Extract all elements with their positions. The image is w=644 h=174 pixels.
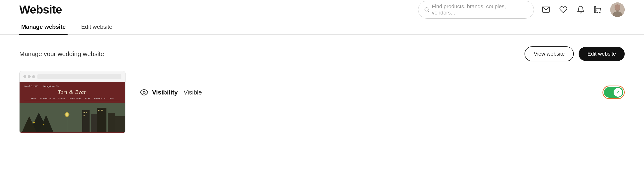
svg-rect-26 xyxy=(66,115,67,132)
svg-rect-20 xyxy=(101,110,102,111)
wedding-names: Tori & Evan xyxy=(24,89,120,95)
svg-rect-17 xyxy=(86,112,87,113)
wedding-photo-area xyxy=(20,103,125,132)
svg-point-24 xyxy=(33,122,35,123)
view-website-button[interactable]: View website xyxy=(524,46,574,61)
manage-subtitle: Manage your wedding website xyxy=(19,50,104,58)
header: Website Find products, brands, couples, … xyxy=(0,0,644,19)
browser-chrome xyxy=(20,71,125,82)
browser-dot-yellow xyxy=(28,75,31,78)
svg-point-29 xyxy=(143,91,145,94)
visibility-info: Visibility Visible xyxy=(140,88,202,96)
svg-point-5 xyxy=(600,12,600,13)
svg-rect-12 xyxy=(91,114,97,132)
visibility-toggle[interactable]: ✓ xyxy=(604,87,623,98)
tab-bar: Manage website Edit website xyxy=(0,19,644,35)
avatar[interactable] xyxy=(610,3,625,17)
bell-icon[interactable] xyxy=(576,4,586,15)
svg-rect-13 xyxy=(97,108,106,132)
svg-rect-16 xyxy=(84,112,85,113)
browser-page-content: March 8, 2025 Georgetown, TN Tori & Evan… xyxy=(20,82,125,133)
visibility-label: Visibility xyxy=(152,89,178,96)
svg-rect-3 xyxy=(594,7,596,13)
svg-rect-19 xyxy=(98,110,100,111)
visibility-value: Visible xyxy=(184,89,202,96)
header-right: Find products, brands, couples, vendors.… xyxy=(418,1,625,19)
svg-rect-14 xyxy=(108,113,115,132)
svg-point-7 xyxy=(615,5,620,11)
browser-dot-green xyxy=(32,75,35,78)
svg-rect-11 xyxy=(82,110,90,132)
search-icon xyxy=(424,7,430,12)
cart-icon[interactable] xyxy=(593,4,604,15)
mail-icon[interactable] xyxy=(541,4,551,15)
search-bar[interactable]: Find products, brands, couples, vendors.… xyxy=(418,1,534,19)
eye-icon xyxy=(140,88,148,96)
website-preview: March 8, 2025 Georgetown, TN Tori & Evan… xyxy=(19,71,126,133)
svg-rect-15 xyxy=(115,116,125,132)
heart-icon[interactable] xyxy=(558,4,569,15)
browser-url-bar xyxy=(38,74,122,79)
svg-line-1 xyxy=(428,11,429,12)
tab-edit-website[interactable]: Edit website xyxy=(79,19,114,34)
browser-dot-red xyxy=(24,75,26,78)
wedding-nav: Home Wedding day info Registry Travel / … xyxy=(24,97,120,101)
toggle-knob: ✓ xyxy=(614,88,622,97)
svg-rect-18 xyxy=(84,115,85,116)
browser-dots xyxy=(24,75,35,78)
header-left: Website xyxy=(19,3,62,16)
search-placeholder: Find products, brands, couples, vendors.… xyxy=(432,4,528,16)
visibility-toggle-wrapper: ✓ xyxy=(602,86,625,99)
content-header: Manage your wedding website View website… xyxy=(19,46,625,61)
svg-point-4 xyxy=(597,12,598,13)
header-buttons: View website Edit website xyxy=(524,46,625,61)
svg-point-25 xyxy=(43,124,44,125)
edit-website-button[interactable]: Edit website xyxy=(578,47,625,61)
tab-manage-website[interactable]: Manage website xyxy=(19,19,68,34)
wedding-page-header: March 8, 2025 Georgetown, TN Tori & Evan… xyxy=(20,82,125,103)
site-title: Website xyxy=(19,3,62,16)
check-icon: ✓ xyxy=(616,90,620,95)
avatar-image xyxy=(610,3,625,17)
svg-point-28 xyxy=(66,113,68,116)
visibility-row: Visibility Visible ✓ xyxy=(140,86,625,99)
wedding-date-location: March 8, 2025 Georgetown, TN xyxy=(24,85,120,87)
main-content: Manage your wedding website View website… xyxy=(0,35,644,145)
